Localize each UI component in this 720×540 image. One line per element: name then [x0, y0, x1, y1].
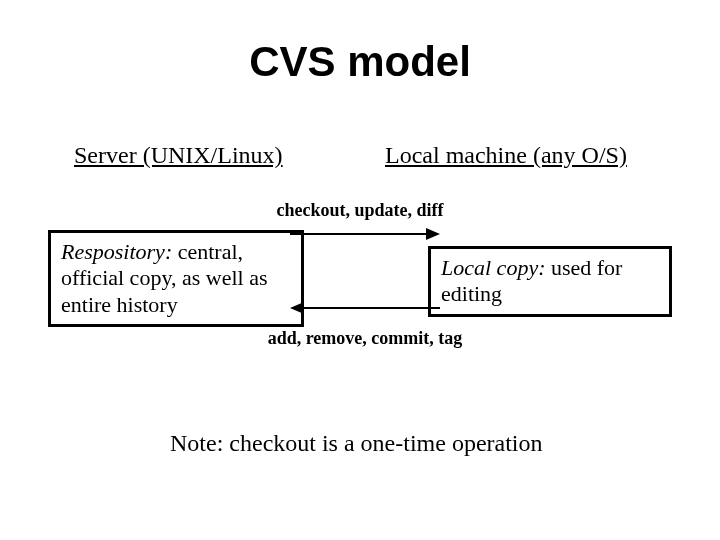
arrow-right-icon [290, 224, 440, 244]
repository-box: Respository: central, official copy, as … [48, 230, 304, 327]
localcopy-box: Local copy: used for editing [428, 246, 672, 317]
svg-marker-1 [426, 228, 440, 240]
localcopy-lead: Local copy: [441, 255, 545, 280]
bottom-arrow-label: add, remove, commit, tag [250, 328, 480, 349]
local-heading: Local machine (any O/S) [385, 142, 627, 169]
footer-note: Note: checkout is a one-time operation [170, 430, 543, 457]
top-arrow-label: checkout, update, diff [250, 200, 470, 221]
svg-marker-3 [290, 302, 304, 314]
server-heading: Server (UNIX/Linux) [74, 142, 283, 169]
arrow-left-icon [290, 298, 440, 318]
repository-lead: Respository: [61, 239, 172, 264]
slide-title: CVS model [0, 38, 720, 86]
